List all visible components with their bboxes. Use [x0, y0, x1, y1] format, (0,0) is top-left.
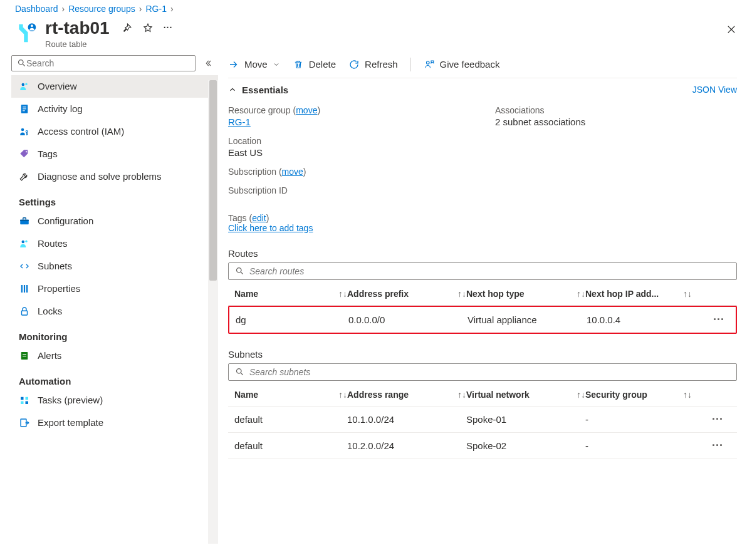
sidebar-scrollbar[interactable] — [208, 80, 218, 544]
tags-label: Tags (edit) — [228, 213, 737, 223]
route-hoptype: Virtual appliance — [467, 314, 587, 325]
assoc-label: Associations — [495, 105, 737, 115]
route-row[interactable]: dg0.0.0.0/0Virtual appliance10.0.0.4··· — [228, 306, 737, 334]
pin-icon[interactable] — [121, 23, 132, 34]
sidebar-item-activity-log[interactable]: Activity log — [11, 98, 218, 120]
row-more-icon[interactable]: ··· — [693, 313, 724, 326]
divider — [410, 58, 411, 71]
sidebar-item-tasks-preview-[interactable]: Tasks (preview) — [11, 389, 218, 412]
svg-point-28 — [426, 61, 429, 65]
col-prefix[interactable]: Address prefix↑↓ — [347, 289, 466, 299]
log-icon — [19, 103, 30, 115]
col-name[interactable]: Name↑↓ — [234, 390, 347, 400]
command-bar: Move Delete Refresh Give feedback — [228, 54, 737, 78]
subnet-name: default — [234, 440, 347, 451]
col-range[interactable]: Address range↑↓ — [347, 390, 466, 400]
sidebar: OverviewActivity logAccess control (IAM)… — [0, 53, 218, 544]
move-button[interactable]: Move — [228, 59, 280, 70]
svg-point-9 — [21, 128, 24, 132]
svg-point-3 — [22, 83, 25, 86]
subnets-search[interactable] — [228, 363, 737, 381]
tags-edit-link[interactable]: edit — [252, 213, 266, 223]
feedback-button[interactable]: Give feedback — [424, 59, 500, 70]
breadcrumb-item[interactable]: Dashboard — [15, 4, 58, 14]
sidebar-search-input[interactable] — [26, 58, 190, 68]
svg-rect-24 — [26, 397, 29, 400]
sidebar-item-alerts[interactable]: Alerts — [11, 345, 218, 367]
sidebar-item-properties[interactable]: Properties — [11, 277, 218, 300]
search-icon — [235, 367, 244, 376]
svg-point-11 — [26, 151, 27, 152]
subnet-sg: - — [585, 414, 692, 425]
svg-rect-26 — [26, 401, 29, 404]
rg-move-link[interactable]: move — [296, 105, 317, 115]
route-prefix: 0.0.0.0/0 — [348, 314, 467, 325]
routes-search[interactable] — [228, 262, 737, 280]
sidebar-item-diagnose-and-solve-problems[interactable]: Diagnose and solve problems — [11, 165, 218, 188]
col-sg[interactable]: Security group↑↓ — [585, 390, 692, 400]
svg-point-4 — [25, 83, 27, 85]
col-hopip[interactable]: Next hop IP add...↑↓ — [585, 289, 692, 299]
svg-rect-19 — [22, 311, 28, 315]
svg-point-15 — [25, 240, 27, 242]
route-hopip: 10.0.0.4 — [587, 314, 693, 325]
more-icon[interactable]: ··· — [164, 23, 175, 34]
sidebar-item-subnets[interactable]: Subnets — [11, 255, 218, 277]
routes-heading: Routes — [228, 248, 737, 259]
svg-point-1 — [31, 24, 33, 27]
subnet-row[interactable]: default10.1.0.0/24Spoke-01-··· — [228, 407, 737, 433]
rg-value-link[interactable]: RG-1 — [228, 117, 251, 127]
tag-icon — [19, 148, 30, 160]
subnet-vnet: Spoke-01 — [466, 414, 585, 425]
breadcrumb-item[interactable]: Resource groups — [68, 4, 135, 14]
sidebar-item-tags[interactable]: Tags — [11, 143, 218, 165]
svg-point-14 — [22, 241, 25, 244]
sidebar-item-label: Subnets — [38, 261, 72, 271]
chevron-right-icon: › — [170, 4, 174, 14]
people-icon — [19, 81, 30, 92]
access-icon — [19, 126, 30, 137]
arrow-right-icon — [228, 59, 239, 70]
delete-button[interactable]: Delete — [293, 59, 336, 70]
svg-rect-7 — [23, 108, 26, 109]
chevron-up-icon — [228, 85, 237, 94]
search-icon — [17, 58, 26, 68]
routes-search-input[interactable] — [249, 266, 730, 276]
sidebar-item-label: Access control (IAM) — [38, 126, 124, 137]
sub-move-link[interactable]: move — [282, 167, 303, 177]
add-tags-link[interactable]: Click here to add tags — [228, 223, 313, 233]
svg-point-2 — [19, 60, 24, 65]
routes-header-row: Name↑↓ Address prefix↑↓ Next hop type↑↓ … — [228, 283, 737, 306]
subnet-range: 10.1.0.0/24 — [347, 414, 466, 425]
json-view-link[interactable]: JSON View — [692, 85, 737, 95]
rg-label: Resource group (move) — [228, 105, 470, 115]
assoc-value: 2 subnet associations — [495, 117, 737, 127]
subid-label: Subscription ID — [228, 185, 470, 195]
svg-rect-8 — [23, 110, 25, 111]
col-vnet[interactable]: Virtual network↑↓ — [466, 390, 585, 400]
star-icon[interactable] — [142, 23, 154, 34]
collapse-sidebar-icon[interactable] — [203, 58, 213, 68]
chevron-right-icon: › — [139, 4, 142, 14]
sidebar-search[interactable] — [11, 55, 196, 71]
row-more-icon[interactable]: ··· — [692, 439, 723, 452]
row-more-icon[interactable]: ··· — [692, 413, 723, 426]
sidebar-item-access-control-iam-[interactable]: Access control (IAM) — [11, 120, 218, 143]
sidebar-item-routes[interactable]: Routes — [11, 232, 218, 255]
col-name[interactable]: Name↑↓ — [234, 289, 347, 299]
sidebar-item-configuration[interactable]: Configuration — [11, 210, 218, 232]
sidebar-item-overview[interactable]: Overview — [11, 75, 218, 98]
essentials-toggle[interactable]: Essentials — [228, 85, 288, 95]
col-hoptype[interactable]: Next hop type↑↓ — [466, 289, 585, 299]
export-icon — [19, 417, 30, 428]
sidebar-item-export-template[interactable]: Export template — [11, 412, 218, 434]
sidebar-item-locks[interactable]: Locks — [11, 300, 218, 323]
sidebar-item-label: Tasks (preview) — [38, 395, 103, 405]
route-name: dg — [236, 314, 348, 325]
main-content: Move Delete Refresh Give feedback Essent… — [218, 53, 752, 544]
subnet-row[interactable]: default10.2.0.0/24Spoke-02-··· — [228, 433, 737, 459]
breadcrumb-item[interactable]: RG-1 — [145, 4, 166, 14]
subnets-search-input[interactable] — [249, 367, 730, 377]
close-icon[interactable] — [726, 24, 737, 35]
refresh-button[interactable]: Refresh — [348, 59, 398, 70]
